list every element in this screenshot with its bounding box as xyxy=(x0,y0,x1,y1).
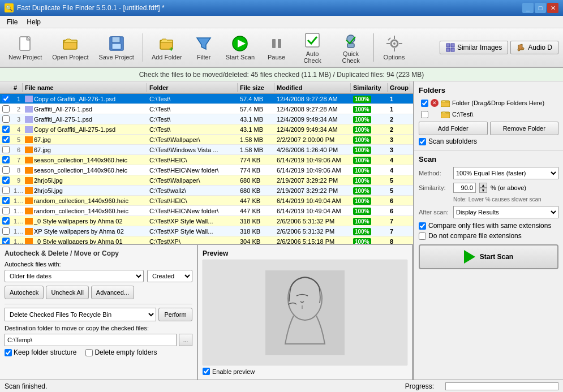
new-project-button[interactable]: New Project xyxy=(5,31,46,64)
col-size[interactable]: File size xyxy=(238,83,274,92)
col-group[interactable]: Group xyxy=(388,83,410,92)
advanced-button[interactable]: Advanced... xyxy=(91,286,134,299)
folder-check-1[interactable] xyxy=(421,100,428,107)
row-similarity-5: 100% xyxy=(351,136,388,144)
col-modified[interactable]: Modified xyxy=(274,83,351,92)
open-project-button[interactable]: Open Project xyxy=(48,31,92,64)
bottom-section: Autocheck & Delete / Move or Copy Autoch… xyxy=(0,244,413,380)
remove-folder-btn[interactable]: Remove Folder xyxy=(490,122,559,135)
table-row[interactable]: 3 Graffiti_All-275-1.psd C:\Test\ 43.1 M… xyxy=(0,114,413,124)
row-check-3[interactable] xyxy=(0,115,11,123)
progress-bar-container xyxy=(445,382,558,390)
svg-rect-19 xyxy=(386,43,390,44)
created-select[interactable]: Created Modified xyxy=(147,270,192,282)
row-check-10[interactable] xyxy=(0,186,11,195)
auto-check-button[interactable]: Auto Check xyxy=(294,31,330,64)
row-check-11[interactable] xyxy=(0,196,11,205)
table-row[interactable]: 2 Graffiti_All-276-1.psd C:\Test\ 57.4 M… xyxy=(0,104,413,114)
row-check-7[interactable] xyxy=(0,156,11,164)
dest-folder-input[interactable]: C:\Temp\ xyxy=(5,334,177,346)
row-check-15[interactable] xyxy=(0,237,11,244)
enable-preview-checkbox[interactable] xyxy=(203,368,210,375)
row-similarity-11: 100% xyxy=(351,197,388,205)
table-row[interactable]: 8 season_collection_1440x960.heic C:\Tes… xyxy=(0,165,413,175)
delete-action-select[interactable]: Delete Checked Files To Recycle Bin Move… xyxy=(5,308,156,321)
title-bar: 🔍 Fast Duplicate File Finder 5.5.0.1 - [… xyxy=(0,0,563,16)
no-compare-ext-checkbox[interactable] xyxy=(419,232,426,240)
col-filename[interactable]: File name xyxy=(23,83,147,92)
row-modified-14: 2/6/2006 5:31:32 PM xyxy=(274,227,351,235)
row-check-12[interactable] xyxy=(0,206,11,215)
save-project-button[interactable]: Save Project xyxy=(95,31,138,64)
similarity-up-button[interactable]: ▲ xyxy=(479,183,487,188)
uncheck-all-button[interactable]: Uncheck All xyxy=(46,286,88,299)
autocheck-option-select[interactable]: Older file dates Newer file dates xyxy=(5,270,144,282)
table-row[interactable]: 4 Copy of Graffiti_All-275-1.psd C:\Test… xyxy=(0,124,413,135)
table-row[interactable]: 7 season_collection_1440x960.heic C:\Tes… xyxy=(0,155,413,165)
scan-subfolders-checkbox[interactable] xyxy=(419,138,426,145)
table-row[interactable]: 15 _0 Style wallpapers by Ahma 01 C:\Tes… xyxy=(0,236,413,244)
table-row[interactable]: 1 Copy of Graffiti_All-276-1.psd C:\Test… xyxy=(0,94,413,104)
scan-method-select[interactable]: 100% Equal Files (faster) Similar Files xyxy=(453,167,558,179)
similar-images-button[interactable]: Similar Images xyxy=(440,41,508,54)
row-group-9: 5 xyxy=(388,176,410,184)
menu-file[interactable]: File xyxy=(2,17,22,27)
table-row[interactable]: 13 _0 Style wallpapers by Ahma 02 C:\Tes… xyxy=(0,216,413,226)
compare-ext-checkbox[interactable] xyxy=(419,222,426,230)
table-row[interactable]: 5 67.jpg C:\Test\Wallpaper\ 1.58 MB 2/2/… xyxy=(0,135,413,145)
col-similarity[interactable]: Similarity xyxy=(351,83,388,92)
table-row[interactable]: 14 XP Style wallpapers by Ahma 02 C:\Tes… xyxy=(0,226,413,236)
minimize-button[interactable]: _ xyxy=(522,3,534,13)
col-folder[interactable]: Folder xyxy=(147,83,238,92)
no-compare-ext-row: Do not compare file extensions xyxy=(419,232,558,240)
row-check-8[interactable] xyxy=(0,166,11,174)
folder-check-2[interactable] xyxy=(421,111,428,118)
table-row[interactable]: 12 random_collection_1440x960.heic C:\Te… xyxy=(0,206,413,216)
table-row[interactable]: 10 2hrjo5i.jpg C:\Test\wallz\ 680 KB 2/1… xyxy=(0,186,413,196)
add-folder-button[interactable]: + Add Folder xyxy=(148,31,186,64)
quick-check-button[interactable]: Quick Check xyxy=(333,31,369,64)
row-size-11: 447 KB xyxy=(238,197,274,205)
similarity-input[interactable] xyxy=(453,183,476,193)
row-check-4[interactable] xyxy=(0,125,11,133)
row-num-14: 14 xyxy=(11,227,23,235)
keep-folder-checkbox-label[interactable]: Keep folder structure xyxy=(5,348,76,356)
row-check-14[interactable] xyxy=(0,227,11,235)
delete-empty-checkbox-label[interactable]: Delete empty folders xyxy=(85,348,157,356)
close-button[interactable]: ✕ xyxy=(547,3,558,13)
maximize-button[interactable]: □ xyxy=(535,3,546,13)
row-check-9[interactable] xyxy=(0,176,11,184)
similarity-down-button[interactable]: ▼ xyxy=(479,188,487,193)
menu-help[interactable]: Help xyxy=(22,17,45,27)
row-size-12: 447 KB xyxy=(238,207,274,215)
after-scan-select[interactable]: Display Results Do Nothing xyxy=(453,206,558,218)
table-row[interactable]: 9 2hrjo5i.jpg C:\Test\Wallpaper\ 680 KB … xyxy=(0,175,413,186)
start-scan-button[interactable]: Start Scan xyxy=(419,244,558,269)
autocheck-files-label: Autocheck files with: xyxy=(5,261,192,268)
start-scan-toolbar-button[interactable]: Start Scan xyxy=(222,31,259,64)
row-check-13[interactable] xyxy=(0,217,11,225)
browse-button[interactable]: ... xyxy=(179,334,192,346)
row-modified-4: 12/4/2009 9:49:34 AM xyxy=(274,126,351,133)
delete-empty-checkbox[interactable] xyxy=(85,349,93,356)
filter-button[interactable]: Filter xyxy=(188,31,220,64)
pause-button[interactable]: Pause xyxy=(261,31,292,64)
preview-title: Preview xyxy=(203,249,407,257)
row-check-5[interactable] xyxy=(0,135,11,144)
row-size-5: 1.58 MB xyxy=(238,136,274,144)
row-check-6[interactable] xyxy=(0,145,11,154)
scan-subfolders-label: Scan subfolders xyxy=(428,137,477,145)
info-bar-text: Check the files to be moved/deleted: 45 … xyxy=(139,71,424,79)
add-folder-btn[interactable]: Add Folder xyxy=(419,122,488,135)
keep-folder-checkbox[interactable] xyxy=(5,349,12,356)
perform-button[interactable]: Perform xyxy=(158,308,192,321)
table-row[interactable]: 11 random_collection_1440x960.heic C:\Te… xyxy=(0,196,413,206)
row-similarity-14: 100% xyxy=(351,227,388,235)
table-row[interactable]: 6 67.jpg C:\Test\Windows Vista ... 1.58 … xyxy=(0,145,413,155)
options-button[interactable]: Options xyxy=(379,31,410,64)
row-check-1[interactable] xyxy=(0,94,11,103)
app-icon: 🔍 xyxy=(5,3,14,12)
autocheck-button[interactable]: Autocheck xyxy=(5,286,44,299)
audio-d-button[interactable]: Audio D xyxy=(510,41,558,54)
row-check-2[interactable] xyxy=(0,105,11,113)
